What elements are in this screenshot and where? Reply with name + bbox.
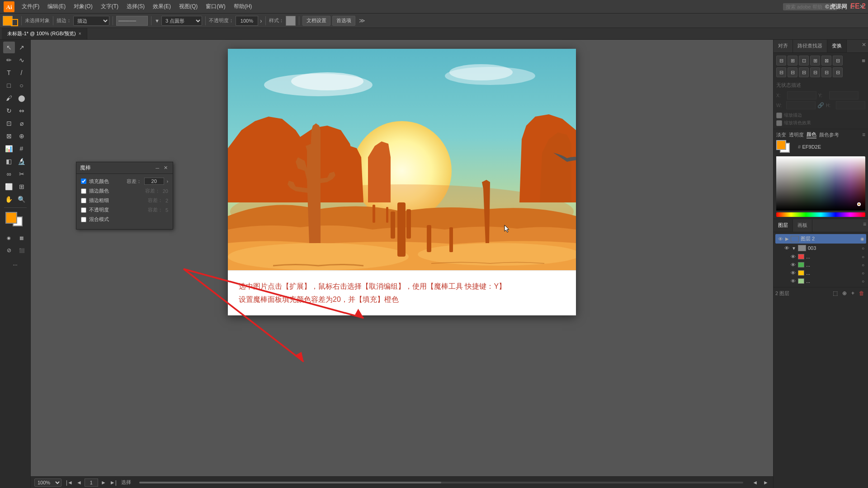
tab-close-button[interactable]: × [79, 31, 81, 36]
layer-item-lime[interactable]: 👁 ... ○ [788, 277, 866, 285]
layer-green-target[interactable]: ○ [862, 263, 864, 267]
foreground-color-swatch[interactable] [5, 212, 17, 224]
selection-tool[interactable]: ↖ [3, 42, 15, 53]
dist-v-center-btn[interactable]: ⊟ [821, 67, 831, 77]
align-bottom-btn[interactable]: ⊟ [833, 56, 843, 66]
align-right-btn[interactable]: ⊡ [799, 56, 809, 66]
layer003-expand-icon[interactable]: ▼ [792, 246, 796, 251]
free-transform-tool[interactable]: ⊠ [3, 130, 15, 142]
layer-yellow-target[interactable]: ○ [862, 271, 864, 276]
blob-brush-tool[interactable]: ⬤ [16, 92, 28, 104]
panel-minimize-btn[interactable]: ─ [154, 165, 160, 171]
document-tab[interactable]: 未标题-1* @ 100% (RGB/预览) × [2, 28, 87, 39]
delete-layer-btn[interactable]: 🗑 [857, 289, 866, 297]
status-scroll-left[interactable]: ◄ [751, 479, 759, 486]
layers-panel-menu[interactable]: ≡ [861, 219, 868, 232]
blend-tool[interactable]: ∞ [3, 168, 15, 180]
tolerance-input[interactable] [144, 178, 164, 185]
preferences-button[interactable]: 首选项 [332, 16, 355, 26]
layer-red-target[interactable]: ○ [862, 254, 864, 259]
layer-lime-visibility[interactable]: 👁 [790, 278, 796, 284]
align-center-h-btn[interactable]: ⊞ [788, 56, 797, 66]
layer-lime-target[interactable]: ○ [862, 279, 864, 284]
type-tool[interactable]: T [3, 67, 15, 79]
layer2-expand-icon[interactable]: ▶ [785, 236, 789, 241]
fg-color-swatch[interactable] [776, 140, 786, 150]
h-input[interactable] [836, 101, 865, 109]
window-maximize-icon[interactable]: □ [850, 3, 854, 10]
layer2-visibility-icon[interactable]: 👁 [777, 236, 783, 242]
direct-selection-tool[interactable]: ↗ [16, 42, 28, 53]
paintbrush-tool[interactable]: 🖌 [3, 92, 15, 104]
dist-v-bottom-btn[interactable]: ⊟ [833, 67, 843, 77]
warp-tool[interactable]: ⌀ [16, 117, 28, 129]
constrain-checkbox[interactable] [776, 113, 782, 118]
tab-layers[interactable]: 图层 [774, 219, 793, 232]
scale-strokes-checkbox[interactable] [776, 120, 782, 126]
color-spectrum[interactable] [776, 156, 865, 211]
tolerance-arrow[interactable]: › [167, 179, 168, 184]
layer003-visibility-icon[interactable]: 👁 [783, 245, 790, 251]
make-clipping-mask-btn[interactable]: ⬚ [831, 289, 840, 297]
stroke-color-checkbox[interactable] [81, 188, 86, 194]
right-panel-close-icon[interactable]: ✕ [860, 40, 868, 52]
rotate-tool[interactable]: ↻ [3, 105, 15, 117]
tab-artboards[interactable]: 画板 [793, 219, 812, 232]
first-page-btn[interactable]: |◄ [65, 479, 74, 486]
layer003-target-icon[interactable]: ○ [862, 246, 864, 251]
x-input[interactable] [787, 91, 816, 99]
line-tool[interactable]: / [16, 67, 28, 79]
pen-tool[interactable]: ✏ [3, 54, 15, 66]
layer-item-red[interactable]: 👁 ... ○ [788, 253, 866, 261]
slice-tool[interactable]: ⊞ [16, 181, 28, 192]
scissors-tool[interactable]: ✂ [16, 168, 28, 180]
opacity-input[interactable] [236, 16, 258, 26]
layer2-target-icon[interactable]: ◉ [860, 236, 864, 241]
menu-window[interactable]: 窗口(W) [202, 1, 229, 12]
align-left-btn[interactable]: ⊟ [776, 56, 786, 66]
scale-tool[interactable]: ⊡ [3, 117, 15, 129]
layer-red-visibility[interactable]: 👁 [790, 254, 796, 259]
toolbar-expand-icon[interactable]: ≫ [359, 17, 365, 24]
point-select[interactable]: 3 点圆形 [161, 16, 202, 26]
align-center-v-btn[interactable]: ⊠ [821, 56, 831, 66]
color-mode-btn[interactable]: ◉ [3, 232, 15, 244]
y-input[interactable] [829, 91, 859, 99]
curvature-tool[interactable]: ∿ [16, 54, 28, 66]
menu-edit[interactable]: 编辑(E) [44, 1, 69, 12]
change-screen-btn[interactable]: ⬛ [16, 244, 28, 256]
menu-type[interactable]: 文字(T) [97, 1, 122, 12]
window-minimize-icon[interactable]: ─ [841, 3, 845, 10]
dist-h-center-btn[interactable]: ⊟ [788, 67, 797, 77]
layer-item-layer2[interactable]: 👁 ▶ 图层 2 ◉ [775, 234, 866, 244]
layer-green-visibility[interactable]: 👁 [790, 262, 796, 267]
tab-align[interactable]: 对齐 [774, 40, 793, 52]
layer-item-green[interactable]: 👁 ... ○ [788, 261, 866, 269]
menu-view[interactable]: 视图(Q) [175, 1, 201, 12]
mesh-tool[interactable]: # [16, 143, 28, 155]
window-close-icon[interactable]: ✕ [859, 3, 864, 10]
create-new-sublayer-btn[interactable]: ⊕ [840, 289, 849, 297]
opacity-arrow[interactable]: › [260, 17, 262, 24]
tab-transform[interactable]: 变换 [827, 40, 847, 52]
style-swatch[interactable] [286, 16, 296, 26]
symbol-sprayer-tool[interactable]: ⊕ [16, 130, 28, 142]
zoom-select[interactable]: 100% [34, 479, 61, 487]
canvas-wrapper[interactable]: 魔棒 ─ ✕ 填充颜色 容差： › [31, 40, 773, 476]
color-tab-transparency[interactable]: 透明度 [789, 131, 804, 138]
hand-tool[interactable]: ✋ [3, 193, 15, 205]
w-input[interactable] [786, 101, 816, 109]
stroke-color-swatch[interactable] [11, 19, 18, 26]
layer-item-003[interactable]: 👁 ▼ 003 ○ [782, 244, 866, 253]
menu-select[interactable]: 选择(S) [123, 1, 148, 12]
magic-wand-titlebar[interactable]: 魔棒 ─ ✕ [76, 162, 173, 174]
eyedropper-tool[interactable]: 🔬 [16, 155, 28, 167]
layer-yellow-visibility[interactable]: 👁 [790, 270, 796, 276]
next-page-btn[interactable]: ► [100, 479, 107, 486]
status-scroll-right[interactable]: ► [762, 479, 769, 486]
rect-tool[interactable]: □ [3, 80, 15, 91]
search-input[interactable] [783, 3, 837, 10]
color-panel-menu[interactable]: ≡ [862, 131, 865, 138]
menu-effect[interactable]: 效果(E) [149, 1, 175, 12]
opacity-checkbox[interactable] [81, 207, 86, 213]
